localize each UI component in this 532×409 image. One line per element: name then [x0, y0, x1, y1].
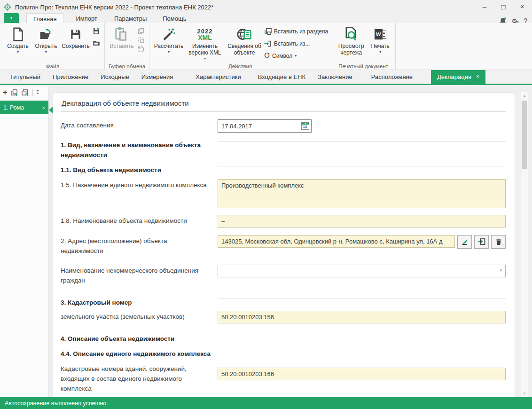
duplicate-object-icon[interactable]: [11, 89, 18, 96]
section-heading-1: 1. Вид, назначение и наименование объект…: [61, 139, 506, 160]
preview-drawing-button[interactable]: Просмотр чертежа: [334, 24, 368, 56]
parcel-number-input[interactable]: [218, 311, 506, 323]
association-dropdown[interactable]: [218, 265, 506, 277]
tab-prilozhenie[interactable]: Приложение: [47, 70, 94, 84]
address-input[interactable]: [218, 235, 455, 248]
omega-symbol-icon: Ω: [264, 52, 270, 60]
insert-from-button[interactable]: Вставить из...: [264, 38, 328, 50]
purpose-textarea[interactable]: Производственный комплекс: [218, 179, 506, 208]
chevron-down-icon: ▾: [17, 50, 19, 55]
chevron-down-icon: ▾: [379, 50, 381, 55]
scroll-down-icon[interactable]: ▼: [521, 390, 528, 396]
calendar-icon: 15: [301, 122, 309, 130]
menu-tab-pomosch[interactable]: Помощь: [156, 13, 193, 23]
object-list-item[interactable]: 1. Рома ×: [0, 101, 48, 114]
app-icon: [4, 3, 11, 11]
tab-zaklyuchenie[interactable]: Заключение: [312, 70, 359, 84]
pencil-icon: [461, 238, 468, 245]
form-title: Декларация об объекте недвижимости: [61, 99, 506, 107]
form-row-address: 2. Адрес (местоположение) объекта недвиж…: [61, 235, 506, 256]
open-folder-icon: [39, 25, 53, 43]
calculate-button[interactable]: Рассчитать ▾: [152, 24, 185, 54]
document-tabs: Титульный Приложение Исходные Измерения …: [0, 70, 532, 85]
tab-raspolozhenie[interactable]: Расположение: [365, 70, 419, 84]
form-row-cadastral-numbers: Кадастровые номера зданий, сооружений, в…: [61, 363, 506, 394]
close-button[interactable]: ×: [515, 1, 529, 12]
scrollbar-thumb[interactable]: [522, 101, 527, 169]
maximize-button[interactable]: □: [496, 1, 510, 12]
object-info-button[interactable]: Сведения об объекте: [225, 24, 264, 56]
status-bar: Автосохранение выполнено успешно.: [0, 397, 532, 409]
dropdown-chevron-icon[interactable]: ▾: [500, 268, 502, 273]
section-heading-3: 3. Кадастровый номер: [61, 297, 506, 308]
menu-tab-parametry[interactable]: Параметры: [108, 13, 153, 23]
tab-vhodyaschie-v-enk[interactable]: Входящие в ЕНК: [252, 70, 312, 84]
vertical-scrollbar[interactable]: ▲ ▼: [521, 92, 528, 397]
add-object-button[interactable]: +: [3, 88, 7, 97]
save-all-icon[interactable]: [92, 39, 101, 46]
tab-close-icon[interactable]: ×: [476, 73, 479, 84]
paste-special-icon[interactable]: [137, 36, 145, 44]
status-message: Автосохранение выполнено успешно.: [5, 400, 108, 407]
ribbon-group-actions: Рассчитать ▾ 2022 XML Изменить версию XM…: [149, 23, 331, 70]
section-heading-1-1: 1.1. Вид объекта недвижимости: [61, 164, 506, 175]
delete-address-button[interactable]: [491, 235, 506, 249]
new-document-icon: [12, 25, 23, 43]
group-label-file: Файл: [1, 63, 104, 69]
insert-address-button[interactable]: [474, 235, 489, 249]
tab-titulny[interactable]: Титульный: [4, 70, 47, 84]
calendar-picker-button[interactable]: 15: [299, 120, 311, 132]
date-input[interactable]: [218, 123, 299, 130]
group-label-print: Печатный документ: [331, 63, 395, 69]
object-name-input[interactable]: [218, 215, 506, 228]
ribbon: Создать ▾ Открыть ▾ Сохранить: [0, 23, 532, 70]
field-label: 1.5. Назначение единого недвижимого комп…: [61, 179, 218, 190]
menu-tab-glavnaya[interactable]: Главная: [26, 13, 63, 23]
object-sidebar: + ▾ 1. Рома ×: [0, 87, 49, 397]
sidebar-toolbar: + ▾: [0, 87, 48, 99]
open-button[interactable]: Открыть ▾: [32, 24, 60, 54]
change-xml-version-button[interactable]: 2022 XML Изменить версию XML ▾: [185, 24, 225, 61]
paste-button[interactable]: Вставить: [108, 24, 136, 50]
app-menu-button[interactable]: ▾: [4, 13, 19, 23]
tab-deklaratsiya-active[interactable]: Декларация ×: [431, 70, 485, 84]
copy-icon[interactable]: [137, 27, 145, 35]
form-title-divider: [61, 111, 506, 112]
ribbon-group-file: Создать ▾ Открыть ▾ Сохранить: [1, 23, 105, 70]
save-as-icon[interactable]: [92, 27, 101, 35]
globe-list-icon: [237, 25, 252, 43]
window-title: Полигон Про: Техплан ЕНК версии 2022 - П…: [15, 4, 213, 11]
copy-object-icon[interactable]: [22, 89, 29, 96]
save-icon: [70, 25, 82, 43]
form-row-parcel-number: земельного участка (земельных участков): [61, 311, 506, 323]
declaration-form: Декларация об объекте недвижимости Дата …: [53, 92, 515, 397]
menu-tab-import[interactable]: Импорт: [69, 13, 103, 23]
field-label: Кадастровые номера зданий, сооружений, в…: [61, 363, 218, 394]
tab-ishodnye[interactable]: Исходные: [94, 70, 135, 84]
tab-harakteristiki[interactable]: Характеристики: [189, 70, 247, 84]
insert-from-section-icon: [264, 28, 272, 35]
toolbar-overflow-icon[interactable]: ▾: [37, 90, 39, 95]
print-button[interactable]: W Печать ▾: [368, 24, 392, 54]
tab-izmereniya[interactable]: Измерения: [135, 70, 179, 84]
object-item-close-icon[interactable]: ×: [42, 105, 45, 110]
minimize-button[interactable]: –: [477, 1, 492, 12]
paste-clipboard-icon: [115, 25, 129, 43]
main-area: + ▾ 1. Рома × Декларация об объекте недв…: [0, 87, 532, 397]
undo-icon[interactable]: [137, 45, 145, 53]
group-label-actions: Действия: [149, 63, 331, 69]
section-separator: [218, 141, 506, 142]
scroll-up-icon[interactable]: ▲: [521, 92, 528, 99]
edit-address-button[interactable]: [457, 235, 472, 249]
ribbon-group-clipboard: Вставить Буфер обмена: [105, 23, 149, 70]
trash-icon: [495, 238, 502, 245]
chevron-down-icon: ▾: [295, 54, 297, 58]
menu-bar: ▾ Главная Импорт Параметры Помощь: [0, 13, 532, 23]
section-heading-4: 4. Описание объекта недвижимости: [61, 333, 506, 344]
save-button[interactable]: Сохранить: [60, 24, 91, 50]
form-row-association: Наименование некоммерческого объединения…: [61, 265, 506, 286]
cadastral-numbers-input[interactable]: [218, 368, 506, 380]
symbol-button[interactable]: Ω Символ ▾: [264, 50, 328, 62]
insert-from-section-button[interactable]: Вставить из раздела: [264, 25, 328, 38]
create-button[interactable]: Создать ▾: [4, 24, 32, 54]
